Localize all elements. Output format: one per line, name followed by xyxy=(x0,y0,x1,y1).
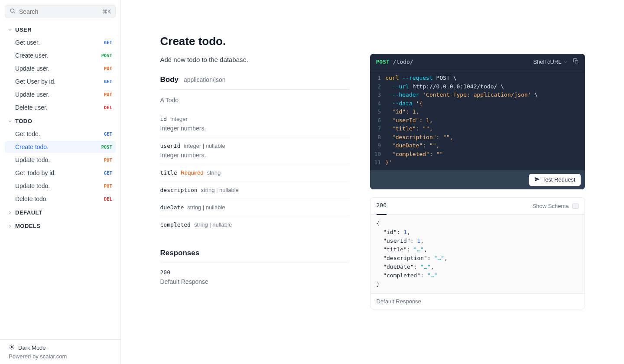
group-label: USER xyxy=(15,26,32,33)
search-input[interactable] xyxy=(19,8,99,15)
method-badge: GET xyxy=(104,79,112,84)
property-name: completed xyxy=(160,221,191,228)
property-row: completedstring | nullable xyxy=(160,216,349,233)
svg-point-2 xyxy=(11,346,13,348)
sidebar-footer: Dark Mode Powered by scalar.com xyxy=(0,339,120,364)
sidebar-group-todo[interactable]: TODO xyxy=(5,114,116,128)
body-type: application/json xyxy=(184,76,226,83)
sidebar-item-label: Delete todo. xyxy=(15,195,48,202)
response-code: 200 xyxy=(160,269,349,276)
sidebar-item[interactable]: Get todo.GET xyxy=(5,128,116,140)
sidebar-group-default[interactable]: DEFAULT xyxy=(5,206,116,219)
code-method: POST xyxy=(376,58,390,65)
body-label: Body xyxy=(160,75,179,84)
test-request-button[interactable]: Test Request xyxy=(529,174,581,186)
main: Create todo. Add new todo to the databas… xyxy=(121,0,624,364)
svg-line-8 xyxy=(13,348,13,349)
sidebar-item[interactable]: Create user.POST xyxy=(5,49,116,62)
sidebar-group-user[interactable]: USER xyxy=(5,23,116,36)
property-type: integer xyxy=(170,116,188,122)
response-desc: Default Response xyxy=(160,278,349,285)
sidebar-item-label: Get Todo by id. xyxy=(15,169,56,176)
property-desc: Integer numbers. xyxy=(160,125,349,132)
method-badge: PUT xyxy=(104,66,112,71)
sidebar-item-label: Create user. xyxy=(15,52,48,59)
sidebar-item[interactable]: Get Todo by id.GET xyxy=(5,167,116,179)
sidebar-item[interactable]: Create todo.POST xyxy=(5,141,116,153)
sidebar-item[interactable]: Delete todo.DEL xyxy=(5,193,116,205)
sidebar-item[interactable]: Update todo.PUT xyxy=(5,154,116,166)
property-type: string | nullable xyxy=(187,204,225,211)
sidebar-item-label: Get todo. xyxy=(15,130,40,137)
property-row: titleRequiredstring xyxy=(160,164,349,182)
sidebar-item[interactable]: Get User by id.GET xyxy=(5,75,116,88)
response-footer: Default Response xyxy=(370,293,585,309)
property-type: string | nullable xyxy=(201,187,239,193)
sidebar-item-label: Get User by id. xyxy=(15,78,55,85)
property-row: descriptionstring | nullable xyxy=(160,182,349,199)
method-badge: GET xyxy=(104,40,112,45)
chevron-right-icon xyxy=(7,224,13,229)
send-icon xyxy=(534,176,540,183)
sidebar-item[interactable]: Update user.PUT xyxy=(5,88,116,101)
test-request-label: Test Request xyxy=(543,176,575,183)
code-block[interactable]: curl --request POST \ --url http://0.0.0… xyxy=(385,74,544,167)
method-badge: POST xyxy=(101,145,112,150)
property-name: id xyxy=(160,116,167,122)
chevron-down-icon xyxy=(563,60,568,64)
sidebar-item-label: Delete user. xyxy=(15,104,48,111)
search-bar[interactable]: ⌘K xyxy=(5,5,116,18)
show-schema-label: Show Schema xyxy=(533,203,569,209)
property-name: userId xyxy=(160,143,181,149)
method-badge: PUT xyxy=(104,158,112,162)
sidebar-item[interactable]: Delete user.DEL xyxy=(5,101,116,114)
powered-by: Powered by scalar.com xyxy=(9,353,112,360)
language-selector[interactable]: Shell cURL xyxy=(533,58,567,65)
language-label: Shell cURL xyxy=(533,58,561,65)
show-schema-toggle[interactable] xyxy=(572,203,578,209)
dark-mode-icon xyxy=(9,344,15,351)
sidebar-item-label: Update user. xyxy=(15,91,49,98)
method-badge: PUT xyxy=(104,92,112,97)
property-row: idintegerInteger numbers. xyxy=(160,110,349,137)
property-type: string | nullable xyxy=(194,221,232,228)
chevron-down-icon xyxy=(7,119,13,124)
property-desc: Integer numbers. xyxy=(160,152,349,159)
property-name: description xyxy=(160,187,198,193)
sidebar-item[interactable]: Update user.PUT xyxy=(5,62,116,75)
sidebar-nav: USERGet user.GETCreate user.POSTUpdate u… xyxy=(0,23,120,339)
sidebar: ⌘K USERGet user.GETCreate user.POSTUpdat… xyxy=(0,0,121,364)
page-description: Add new todo to the database. xyxy=(160,56,349,63)
required-badge: Required xyxy=(181,169,204,176)
method-badge: PUT xyxy=(104,184,112,188)
dark-mode-label: Dark Mode xyxy=(18,344,46,351)
response-example-card: 200 Show Schema { "id": 1, "userId": 1, … xyxy=(370,197,585,309)
sidebar-item[interactable]: Update todo.PUT xyxy=(5,180,116,192)
sidebar-item-label: Get user. xyxy=(15,39,40,46)
response-tab-200[interactable]: 200 xyxy=(377,202,387,210)
sidebar-group-models[interactable]: MODELS xyxy=(5,219,116,233)
property-type: string xyxy=(207,169,221,176)
property-name: title xyxy=(160,169,177,176)
svg-line-1 xyxy=(14,12,15,13)
sidebar-item-label: Create todo. xyxy=(15,143,49,150)
property-row: dueDatestring | nullable xyxy=(160,199,349,216)
group-label: DEFAULT xyxy=(15,209,42,216)
responses-heading: Responses xyxy=(160,249,349,263)
group-label: MODELS xyxy=(15,223,41,229)
method-badge: POST xyxy=(101,53,112,58)
copy-icon[interactable] xyxy=(573,58,579,65)
response-item: 200Default Response xyxy=(160,263,349,291)
sidebar-item[interactable]: Get user.GET xyxy=(5,36,116,49)
svg-line-7 xyxy=(10,345,10,346)
method-badge: GET xyxy=(104,171,112,176)
page-title: Create todo. xyxy=(160,35,349,48)
code-path: /todo/ xyxy=(393,58,413,65)
svg-line-9 xyxy=(10,348,10,349)
property-name: dueDate xyxy=(160,204,184,211)
chevron-right-icon xyxy=(7,210,13,215)
method-badge: DEL xyxy=(104,197,112,202)
dark-mode-toggle[interactable]: Dark Mode xyxy=(9,344,112,351)
schema-desc: A Todo xyxy=(160,97,349,104)
response-body[interactable]: { "id": 1, "userId": 1, "title": "…", "d… xyxy=(370,215,585,293)
